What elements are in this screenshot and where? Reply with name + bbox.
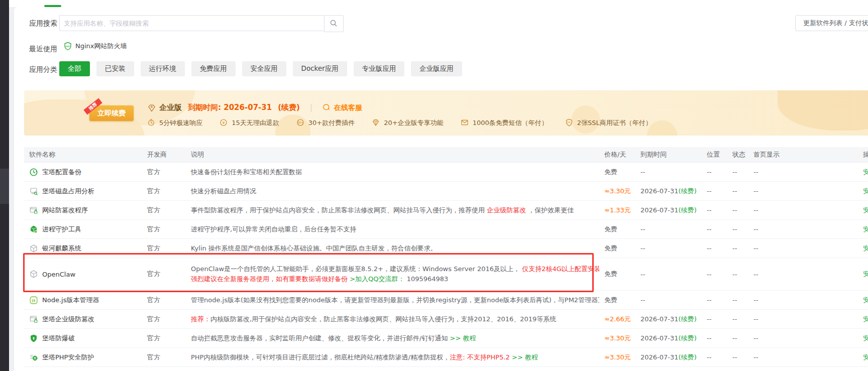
text-segment: 2026-07-31 <box>640 334 679 342</box>
app-name[interactable]: 堡塔PHP安全防护 <box>42 353 94 362</box>
description: 进程守护程序,可以异常关闭自动重启，后台任务暂不支持 <box>186 220 599 239</box>
renew-now-button[interactable]: 立即续费 推荐 <box>89 105 134 121</box>
expire-time-text: 到期时间: 2026-07-31 <box>188 103 272 112</box>
developer: 官方 <box>142 220 186 239</box>
software-table: 软件名称 开发商 说明 价格/天 到期时间 位置 状态 首页显示 操作 宝塔配置… <box>24 147 868 367</box>
magnifier-icon <box>330 19 339 28</box>
inline-link[interactable]: >> 教程 <box>450 334 476 342</box>
developer: 官方 <box>142 182 186 201</box>
developer: 官方 <box>142 348 186 367</box>
home-display: -- <box>748 201 858 220</box>
svg-text:¥: ¥ <box>223 120 225 125</box>
install-link[interactable]: 安装 <box>863 353 868 361</box>
expire-time: -- <box>635 239 702 258</box>
app-name[interactable]: 堡塔防爆破 <box>42 334 75 343</box>
price: 免费 <box>599 220 635 239</box>
category-chip-installed[interactable]: 已安装 <box>96 61 134 76</box>
inline-link[interactable]: (续费) <box>679 353 697 361</box>
app-name[interactable]: 宝塔配置备份 <box>42 168 81 177</box>
home-display: -- <box>748 258 858 291</box>
renew-link[interactable]: (续费) <box>278 103 300 112</box>
location: -- <box>702 220 727 239</box>
install-link[interactable]: 安装 <box>863 244 868 252</box>
inline-link[interactable]: >加入QQ交流群： <box>348 275 405 283</box>
table-row-anti-bruteforce: 堡塔防爆破 官方 自动拦截恶意攻击服务器，实时监听用户创建、修改、提权等变化，并… <box>24 329 868 348</box>
col-description: 说明 <box>186 147 599 163</box>
category-chip-runtime[interactable]: 运行环境 <box>141 61 185 76</box>
online-service-link[interactable]: 在线客服 <box>322 103 362 112</box>
search-input[interactable] <box>59 15 324 31</box>
expire-time: 2026-07-31(续费) <box>635 348 702 367</box>
update-list-button[interactable]: 更新软件列表 / 支付状态 <box>795 15 868 31</box>
expire-time: 2026-07-31(续费) <box>635 329 702 348</box>
inline-link[interactable]: (续费) <box>679 187 697 195</box>
price: 免费 <box>599 163 635 182</box>
svg-text:JS: JS <box>32 299 36 303</box>
text-segment: PHP内核级防御模块，可针对项目进行底层过滤，彻底杜绝跨站/精准防渗透/精准防提… <box>191 353 450 361</box>
home-display: -- <box>748 163 858 182</box>
app-name[interactable]: 进程守护工具 <box>42 225 81 234</box>
install-link[interactable]: 安装 <box>863 315 868 323</box>
banner-features: 5分钟极速响应 ¥15天无理由退款 30+30+款付费插件 20+企业版专享功能… <box>147 118 652 128</box>
recent-item-label: Nginx网站防火墙 <box>75 42 127 51</box>
category-label: 应用分类 <box>29 65 57 74</box>
inline-link[interactable]: (续费) <box>679 315 697 323</box>
table-row-enterprise-tamper-proof: 堡塔企业级防篡改 官方 推荐：内核版防篡改,用于保护站点内容安全，防止黑客非法修… <box>24 310 868 329</box>
inline-link[interactable]: (续费) <box>679 334 697 342</box>
install-link[interactable]: 安装 <box>863 206 868 214</box>
recent-item-nginx-waf[interactable]: WAF Nginx网站防火墙 <box>63 42 127 51</box>
inline-link[interactable]: >> 教程 <box>510 353 538 361</box>
status: -- <box>727 310 748 329</box>
text-segment: 2026-07-31 <box>640 315 679 323</box>
install-link[interactable]: 安装 <box>863 168 868 176</box>
table-row-tamper-proof: 网站防篡改程序 官方 事件型防篡改程序，用于保护站点内容安全，防止黑客非法修改网… <box>24 201 868 220</box>
category-chip-security[interactable]: 安全应用 <box>242 61 286 76</box>
install-link[interactable]: 安装 <box>863 296 868 304</box>
left-sidebar <box>0 0 9 371</box>
category-chip-enterprise[interactable]: 企业版应用 <box>411 61 462 76</box>
install-link[interactable]: 安装 <box>863 225 868 233</box>
inline-link[interactable]: 企业级防篡改 <box>487 206 526 214</box>
window-lock-icon <box>29 315 38 324</box>
app-name[interactable]: 堡塔磁盘占用分析 <box>42 187 94 196</box>
text-segment: 推荐： <box>191 315 210 323</box>
category-chip-pro[interactable]: 专业版应用 <box>354 61 405 76</box>
table-row-nodejs-manager: JSNode.js版本管理器 官方 管理node.js版本(如果没有找到您需要的… <box>24 291 868 310</box>
category-chip-docker[interactable]: Docker应用 <box>293 61 347 76</box>
home-display: -- <box>748 220 858 239</box>
svg-text:WAF: WAF <box>65 45 70 48</box>
app-name[interactable]: Node.js版本管理器 <box>42 296 99 305</box>
text-segment: 2026-07-31 <box>640 206 679 214</box>
category-chip-all[interactable]: 全部 <box>59 61 90 76</box>
inline-link[interactable]: (续费) <box>679 206 697 214</box>
disk-analyze-icon <box>29 187 38 196</box>
text-segment: 免费 <box>604 296 617 304</box>
col-home-display: 首页显示 <box>748 147 858 163</box>
text-segment: 强烈建议在全新服务器使用，如有重要数据请做好备份 <box>191 275 348 283</box>
app-name[interactable]: 网站防篡改程序 <box>42 206 88 215</box>
search-button[interactable] <box>324 15 344 32</box>
category-chip-free[interactable]: 免费应用 <box>191 61 236 76</box>
expire-time: -- <box>635 291 702 310</box>
app-name[interactable]: 堡塔企业级防篡改 <box>42 315 94 324</box>
install-link[interactable]: 安装 <box>863 270 868 278</box>
home-display: -- <box>748 329 858 348</box>
developer: 官方 <box>142 201 186 220</box>
install-link[interactable]: 安装 <box>863 187 868 195</box>
app-name[interactable]: OpenClaw <box>42 271 75 278</box>
banner-line1: 企 企业版 到期时间: 2026-07-31 (续费) 在线客服 <box>147 103 362 112</box>
diamond-icon <box>372 118 381 128</box>
developer: 官方 <box>142 329 186 348</box>
cube-gear-icon <box>29 225 38 234</box>
text-segment: -- <box>640 244 645 252</box>
text-segment: 进程守护程序,可以异常关闭自动重启，后台任务暂不支持 <box>191 225 356 233</box>
status: -- <box>727 348 748 367</box>
edition-label: 企业版 <box>159 103 182 112</box>
install-link[interactable]: 安装 <box>863 334 868 342</box>
app-name[interactable]: 银河麒麟系统 <box>42 244 81 253</box>
sidebar-scroll-thumb[interactable] <box>0 169 9 204</box>
category-chips: 全部 已安装 运行环境 免费应用 安全应用 Docker应用 专业版应用 企业版… <box>59 61 462 76</box>
text-segment: 2026-07-31 <box>640 353 679 361</box>
text-segment: 自动拦截恶意攻击服务器，实时监听用户创建、修改、提权等变化，并进行邮件/钉钉通知 <box>191 334 450 342</box>
location: -- <box>702 329 727 348</box>
